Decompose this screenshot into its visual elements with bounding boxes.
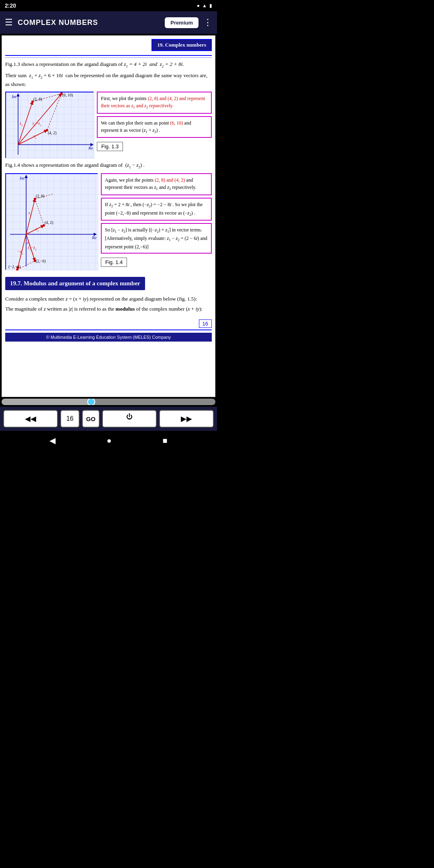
paragraph-1: Fig.1.3 shows a representation on the ar… (5, 60, 212, 69)
fig1-label-wrap: Fig. 1.3 (97, 140, 212, 151)
diagram-row-2: Re Im (5, 173, 212, 270)
go-button[interactable]: GO (82, 410, 100, 428)
fig2-label: Fig. 1.4 (101, 258, 127, 267)
para5-bold: modulus (116, 306, 135, 312)
next-button[interactable]: ▶▶ (159, 410, 214, 428)
power-button[interactable]: ⏻ ··· (102, 410, 157, 428)
paragraph-5: The magnitude of z written as |z| is ref… (5, 305, 212, 313)
anno-box-1: First, we plot the points (2, 8) and (4,… (97, 92, 212, 114)
anno2-red: (6, 10) (170, 120, 183, 126)
anno-box-4: If z2 = 2 + 8i , then (−z2) = −2 − 8i . … (101, 198, 212, 221)
svg-text:(4, 2): (4, 2) (45, 220, 53, 225)
top-divider (5, 55, 212, 56)
signal-icon: ▲ (202, 3, 207, 9)
anno3-red: (2, 8) and (4, 2) (155, 177, 185, 183)
anno4-text: If z2 = 2 + 8i , then (−z2) = −2 − 8i . … (105, 202, 203, 216)
recent-button[interactable]: ■ (162, 436, 167, 445)
back-button[interactable]: ◀ (49, 436, 55, 445)
para1-text: Fig.1.3 shows a representation on the ar… (5, 61, 123, 67)
status-bar: 2:20 ● ▲ ▮ (0, 0, 217, 11)
anno1-text: First, we plot the points (2, 8) and (4,… (101, 96, 205, 108)
anno-col-1: First, we plot the points (2, 8) and (4,… (97, 92, 212, 151)
battery-icon: ▮ (209, 3, 212, 9)
progress-fill (2, 399, 91, 405)
progress-bar[interactable] (2, 399, 215, 405)
svg-text:Im: Im (19, 176, 25, 180)
app-title: COMPLEX NUMBERS (18, 18, 160, 27)
premium-button[interactable]: Premium (165, 17, 199, 28)
svg-text:Im: Im (11, 94, 16, 99)
para2-text: Their sum z1 + z2 = 6 + 10i can be repre… (5, 72, 207, 87)
para1-math: z1 = 4 + 2i and z2 = 2 + 8i. (124, 61, 184, 67)
section-heading: 19.7. Modulus and argument of a complex … (5, 277, 145, 290)
anno1-red: (2, 8) and (4, 2) and represent their ve… (101, 96, 205, 108)
more-icon[interactable]: ⋮ (203, 17, 212, 28)
diagram-row-1: Re Im (5, 92, 212, 158)
content-area: 19. Complex numbers Fig.1.3 shows a repr… (2, 35, 215, 397)
prev-button[interactable]: ◀◀ (3, 410, 58, 428)
top-divider-thin (5, 57, 212, 58)
page-input[interactable] (60, 410, 80, 428)
menu-icon[interactable]: ☰ (5, 17, 13, 28)
svg-text:(−2,−8): (−2,−8) (8, 264, 20, 269)
section-heading-wrap: 19.7. Modulus and argument of a complex … (5, 273, 212, 293)
home-button[interactable]: ● (106, 436, 111, 445)
svg-text:Re: Re (88, 145, 93, 150)
android-nav: ◀ ● ■ (0, 431, 217, 450)
anno-box-5: So [z1 − z2] is actually [(−z2) + z1] in… (101, 223, 212, 254)
status-time: 2:20 (5, 2, 16, 9)
para5-start: The magnitude of z written as |z| is ref… (5, 306, 116, 312)
svg-text:Re: Re (92, 235, 97, 240)
copyright: © Multimedia E-Learning Education System… (5, 333, 212, 342)
anno-box-3: Again, we plot the points (2, 8) and (4,… (101, 173, 212, 195)
svg-text:(2,−6): (2,−6) (36, 259, 46, 264)
chapter-header: 19. Complex numbers (5, 39, 212, 53)
anno3-text: Again, we plot the points (2, 8) and (4,… (105, 177, 197, 190)
graph-svg-2: Re Im (6, 174, 98, 270)
progress-thumb[interactable] (87, 399, 95, 405)
svg-rect-1 (6, 92, 94, 159)
chapter-tag: 19. Complex numbers (151, 39, 212, 51)
fig1-label: Fig. 1.3 (97, 142, 123, 151)
graph-fig1: Re Im (5, 92, 94, 158)
status-icons: ● ▲ ▮ (197, 3, 212, 9)
fig2-label-wrap: Fig. 1.4 (101, 256, 212, 267)
para5-end: of the complex number (x + iy): (135, 306, 203, 312)
anno2-text: We can then plot their sum as point (6, … (101, 120, 191, 133)
svg-text:(4, 2): (4, 2) (48, 131, 57, 135)
bottom-divider (5, 330, 212, 330)
nav-bar: ◀◀ GO ⏻ ··· ▶▶ (0, 407, 217, 431)
power-icon: ⏻ (126, 413, 133, 420)
anno-col-2: Again, we plot the points (2, 8) and (4,… (101, 173, 212, 267)
anno-box-2: We can then plot their sum as point (6, … (97, 116, 212, 138)
svg-text:(6, 10): (6, 10) (62, 93, 73, 98)
svg-text:(2, 8): (2, 8) (36, 194, 45, 199)
page-number: 16 (199, 319, 212, 328)
svg-text:(2, 8): (2, 8) (33, 97, 42, 102)
graph-svg-1: Re Im (6, 92, 94, 159)
anno5-text: So [z1 − z2] is actually [(−z2) + z1] in… (105, 227, 207, 250)
paragraph-2: Their sum z1 + z2 = 6 + 10i can be repre… (5, 72, 212, 88)
para4-text: Consider a complex number z = (x + iy) r… (5, 296, 197, 302)
paragraph-4: Consider a complex number z = (x + iy) r… (5, 295, 212, 303)
top-bar: ☰ COMPLEX NUMBERS Premium ⋮ (0, 11, 217, 34)
page-footer: 16 (5, 319, 212, 328)
graph-fig2: Re Im (5, 173, 98, 270)
paragraph-3: Fig.1.4 shows a representation on the ar… (5, 161, 212, 170)
power-dots: ··· (127, 421, 132, 424)
para3-text: Fig.1.4 shows a representation on the ar… (5, 162, 145, 168)
wifi-icon: ● (197, 3, 200, 9)
